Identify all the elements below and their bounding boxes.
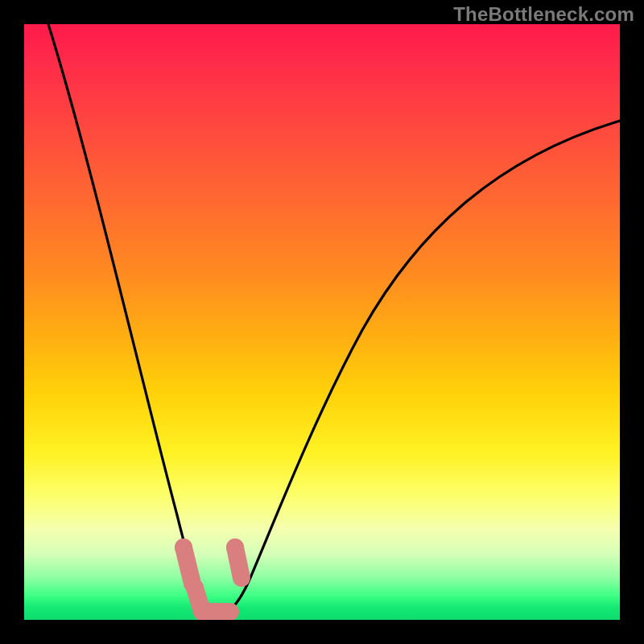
watermark-text: TheBottleneck.com [453,3,634,26]
curve-layer [24,24,620,620]
chart-frame: TheBottleneck.com [0,0,644,644]
left-marker-cap [175,539,192,556]
plot-area [24,24,620,620]
bottleneck-curve [48,24,620,613]
right-marker-cap [226,539,244,556]
valley-markers [175,539,244,612]
valley-l-marker [195,588,230,612]
